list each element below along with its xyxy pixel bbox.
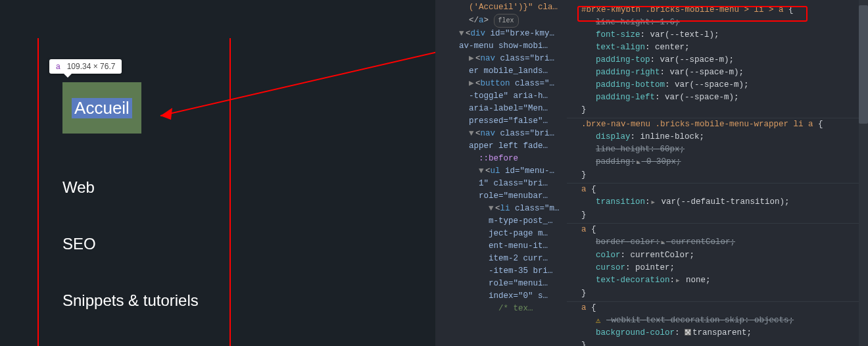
dom-line[interactable]: role="menubar… — [439, 190, 567, 203]
menu-item-web[interactable]: Web — [62, 178, 199, 197]
dom-line[interactable]: aria-label="Men… — [439, 103, 567, 115]
dom-line[interactable]: ject-page m… — [439, 228, 567, 240]
menu-item-accueil[interactable]: Accueil — [62, 82, 141, 134]
dom-line[interactable]: pressed="false"… — [439, 115, 567, 128]
menu-item-label: Accueil — [72, 98, 132, 118]
css-selector[interactable]: a { — [581, 184, 860, 196]
css-rule[interactable]: .brxe-nav-menu .bricks-mobile-menu-wrapp… — [567, 118, 868, 184]
css-declaration[interactable]: padding-left: var(--space-m); — [581, 91, 860, 104]
dom-line[interactable]: ▼<li class="m… — [439, 203, 567, 215]
css-declaration[interactable]: display: inline-block; — [581, 131, 860, 143]
dom-line[interactable]: av-menu show-mobi… — [439, 40, 567, 53]
css-declaration[interactable]: background-color: transparent; — [581, 327, 860, 339]
css-declaration[interactable]: line-height: 60px; — [581, 143, 860, 156]
dom-line[interactable]: -toggle" aria-h… — [439, 90, 567, 103]
dom-line[interactable]: index="0" s… — [439, 290, 567, 303]
css-rule-close: } — [581, 339, 860, 346]
dom-line[interactable]: ▶<nav class="bri… — [439, 53, 567, 65]
preview-pane: a 109.34 × 76.7 Accueil Web SEO Snippets… — [0, 0, 434, 346]
dom-line[interactable]: ::before — [439, 153, 567, 165]
dom-line[interactable]: ▼<nav class="bri… — [439, 128, 567, 140]
css-declaration[interactable]: color: currentColor; — [581, 249, 860, 262]
css-selector[interactable]: a { — [581, 302, 860, 314]
css-declaration[interactable]: transition:▶ var(--default-transition); — [581, 196, 860, 209]
dom-line[interactable]: ('Accueil')}" cla… — [439, 1, 567, 14]
dom-line[interactable]: 1" class="bri… — [439, 178, 567, 190]
dom-line[interactable]: item-2 curr… — [439, 253, 567, 265]
dom-line[interactable]: ▶<button class="… — [439, 78, 567, 90]
dom-line[interactable]: m-type-post_… — [439, 215, 567, 228]
styles-scrollbar[interactable] — [859, 0, 868, 346]
mobile-menu: Accueil Web SEO Snippets & tutoriels — [62, 102, 199, 310]
dom-line[interactable]: -item-35 bri… — [439, 265, 567, 278]
dom-line[interactable]: ▼<ul id="menu-… — [439, 165, 567, 178]
css-declaration[interactable]: text-align: center; — [581, 41, 860, 54]
css-declaration[interactable]: border-color:▶ currentColor; — [581, 236, 860, 249]
menu-item-snippets[interactable]: Snippets & tutoriels — [62, 291, 199, 310]
scrollbar-thumb[interactable] — [859, 5, 868, 124]
css-selector[interactable]: #brxe-kmybtn .bricks-mobile-menu > li > … — [581, 4, 860, 16]
dom-line[interactable]: </a> flex — [439, 14, 567, 28]
css-rule[interactable]: a {transition:▶ var(--default-transition… — [567, 184, 868, 224]
dom-tree-panel[interactable]: ('Accueil')}" cla… </a> flex ▼<div id="b… — [435, 0, 567, 346]
css-declaration[interactable]: line-height: 1.6; — [581, 16, 860, 29]
css-rule[interactable]: #brxe-kmybtn .bricks-mobile-menu > li > … — [567, 3, 868, 118]
css-declaration[interactable]: padding:▶ 0 30px; — [581, 156, 860, 169]
css-selector[interactable]: a { — [581, 224, 860, 236]
css-declaration[interactable]: text-decoration:▶ none; — [581, 274, 860, 287]
css-rule[interactable]: a {⚠-webkit-text-decoration-skip: object… — [567, 302, 868, 346]
styles-panel[interactable]: #brxe-kmybtn .bricks-mobile-menu > li > … — [567, 0, 868, 346]
css-rule-close: } — [581, 209, 860, 222]
css-declaration[interactable]: padding-right: var(--space-m); — [581, 66, 860, 79]
color-swatch[interactable] — [685, 329, 691, 335]
css-declaration[interactable]: font-size: var(--text-l); — [581, 29, 860, 41]
css-selector[interactable]: .brxe-nav-menu .bricks-mobile-menu-wrapp… — [581, 118, 860, 131]
css-declaration[interactable]: padding-bottom: var(--space-m); — [581, 79, 860, 91]
dom-line[interactable]: ent-menu-it… — [439, 240, 567, 253]
css-declaration[interactable]: ⚠-webkit-text-decoration-skip: objects; — [581, 314, 860, 327]
css-rule-close: } — [581, 169, 860, 182]
tooltip-tag: a — [56, 62, 60, 71]
element-tooltip: a 109.34 × 76.7 — [49, 59, 122, 74]
dom-line[interactable]: ▼<div id="brxe-kmy… — [439, 28, 567, 40]
tooltip-dims: 109.34 × 76.7 — [67, 62, 116, 71]
dom-line[interactable]: apper left fade… — [439, 140, 567, 153]
css-rule-close: } — [581, 287, 860, 300]
dom-line[interactable]: role="menui… — [439, 278, 567, 290]
dom-line[interactable]: er mobile_lands… — [439, 65, 567, 78]
css-rule[interactable]: a {border-color:▶ currentColor;color: cu… — [567, 224, 868, 302]
css-declaration[interactable]: cursor: pointer; — [581, 262, 860, 274]
dom-line[interactable]: /* tex… — [439, 303, 567, 315]
menu-item-seo[interactable]: SEO — [62, 235, 199, 253]
css-declaration[interactable]: padding-top: var(--space-m); — [581, 54, 860, 66]
css-rule-close: } — [581, 104, 860, 116]
